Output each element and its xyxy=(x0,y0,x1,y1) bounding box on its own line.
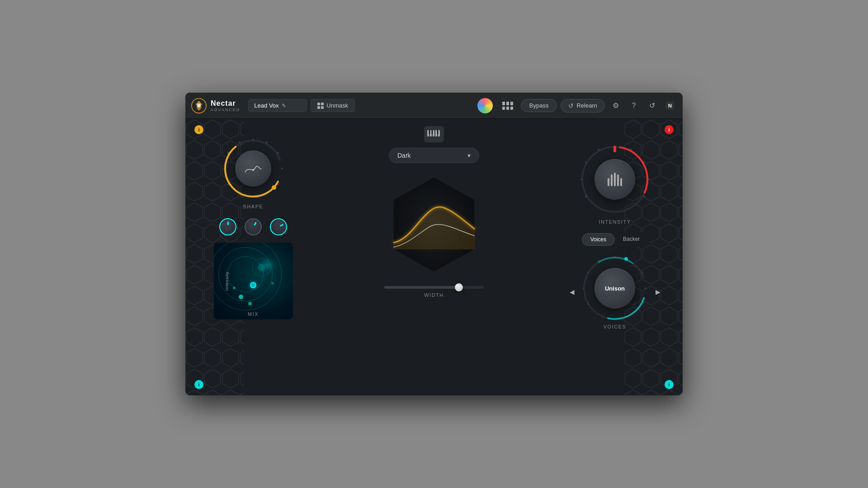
relearn-button[interactable]: ↺ Relearn xyxy=(561,99,605,113)
svg-point-17 xyxy=(277,152,279,154)
small-knob-2[interactable] xyxy=(241,215,265,239)
preset-name-label: Lead Vox xyxy=(254,102,278,109)
width-section: WIDTH xyxy=(384,286,484,298)
grid-view-button[interactable] xyxy=(498,97,517,114)
svg-point-63 xyxy=(587,272,589,273)
piano-icon xyxy=(427,130,441,139)
center-panel: Dark ▾ xyxy=(321,119,547,395)
edit-icon: ✎ xyxy=(282,103,286,109)
width-slider-track xyxy=(384,286,484,289)
app-subtitle: ADVANCED xyxy=(211,108,240,112)
relearn-icon: ↺ xyxy=(568,102,574,109)
intensity-label: INTENSITY xyxy=(599,219,631,225)
main-content: i xyxy=(185,119,683,395)
relearn-label: Relearn xyxy=(576,102,597,109)
left-panel: i xyxy=(185,119,321,395)
header: Nectar ADVANCED Lead Vox ✎ Unmask xyxy=(185,93,683,119)
logo-icon xyxy=(191,98,207,114)
voices-knob[interactable]: Unison xyxy=(594,268,635,309)
piano-icon-button[interactable] xyxy=(424,126,444,142)
hex-viz-svg xyxy=(380,170,488,279)
voices-label: VOICES xyxy=(604,324,627,329)
svg-point-49 xyxy=(585,196,587,197)
undo-icon: ↺ xyxy=(649,101,655,110)
gear-icon: ⚙ xyxy=(613,101,619,110)
svg-point-50 xyxy=(580,178,582,180)
svg-point-31 xyxy=(233,286,236,289)
small-knob-3[interactable] xyxy=(267,215,290,239)
svg-rect-4 xyxy=(510,102,513,105)
svg-point-67 xyxy=(624,257,628,261)
shape-knob-container: SHAPE xyxy=(222,137,285,209)
intensity-knob[interactable] xyxy=(594,159,635,200)
mix-label: Mix xyxy=(248,311,259,317)
unmask-icon xyxy=(317,103,324,109)
info-dot-bottom-right[interactable]: i xyxy=(665,380,674,389)
bars-icon xyxy=(608,173,622,186)
svg-rect-36 xyxy=(433,130,434,136)
shape-knob-outer[interactable] xyxy=(222,137,285,200)
intensity-knob-outer[interactable] xyxy=(579,143,651,216)
svg-rect-5 xyxy=(502,107,505,110)
info-dot-top-left[interactable]: i xyxy=(194,125,203,134)
svg-point-15 xyxy=(252,139,254,141)
style-dropdown[interactable]: Dark ▾ xyxy=(389,148,479,163)
hex-visualization xyxy=(380,170,488,279)
settings-button[interactable]: ⚙ xyxy=(609,99,623,113)
svg-point-1 xyxy=(197,104,200,107)
intensity-knob-container: INTENSITY xyxy=(579,137,651,232)
svg-point-26 xyxy=(252,169,254,171)
svg-rect-6 xyxy=(506,107,509,110)
svg-point-33 xyxy=(271,282,274,285)
small-knob-1[interactable] xyxy=(219,218,236,235)
bypass-label: Bypass xyxy=(529,102,549,109)
svg-rect-3 xyxy=(506,102,509,105)
svg-point-59 xyxy=(645,287,646,289)
bypass-button[interactable]: Bypass xyxy=(521,99,557,112)
svg-rect-41 xyxy=(437,130,439,134)
voices-tab[interactable]: Voices xyxy=(582,233,615,246)
svg-point-23 xyxy=(239,141,241,143)
info-dot-top-right[interactable]: i xyxy=(665,125,674,134)
next-voice-button[interactable]: ▶ xyxy=(652,286,663,297)
undo-button[interactable]: ↺ xyxy=(645,99,659,113)
width-slider-thumb[interactable] xyxy=(455,283,463,291)
svg-point-30 xyxy=(239,295,243,299)
preset-name-button[interactable]: Lead Vox ✎ xyxy=(248,99,307,112)
unmask-button[interactable]: Unmask xyxy=(311,99,355,112)
svg-rect-39 xyxy=(429,130,430,134)
voices-backer-tabs: Voices Backer xyxy=(580,232,650,247)
logo-text: Nectar ADVANCED xyxy=(211,99,240,112)
help-button[interactable]: ? xyxy=(627,99,641,113)
svg-point-51 xyxy=(585,161,587,163)
small-knobs-row xyxy=(219,218,287,235)
svg-rect-35 xyxy=(430,130,432,136)
shape-icon xyxy=(244,161,262,177)
color-orb-icon xyxy=(477,98,493,113)
info-dot-bottom-left[interactable]: i xyxy=(194,380,203,389)
voices-knob-outer[interactable]: Unison xyxy=(581,254,649,322)
svg-point-58 xyxy=(641,272,642,273)
dropdown-arrow-icon: ▾ xyxy=(467,152,471,159)
svg-point-32 xyxy=(248,302,252,305)
shape-knob[interactable] xyxy=(235,150,271,187)
mix-pad[interactable]: Intensity Mix xyxy=(214,243,293,319)
brand-icon: N xyxy=(666,102,674,110)
mix-pad-dot[interactable] xyxy=(250,282,256,288)
unmask-label: Unmask xyxy=(326,102,348,109)
svg-rect-7 xyxy=(510,107,513,110)
svg-rect-38 xyxy=(438,130,440,136)
logo-area: Nectar ADVANCED xyxy=(191,98,240,114)
backer-tab[interactable]: Backer xyxy=(615,233,648,246)
svg-point-62 xyxy=(583,287,585,289)
brand-n-button[interactable]: N xyxy=(663,99,677,113)
svg-rect-54 xyxy=(613,146,616,152)
style-value: Dark xyxy=(397,152,411,159)
voices-knob-section: ◀ xyxy=(561,254,669,329)
svg-rect-34 xyxy=(427,130,429,136)
prev-voice-button[interactable]: ◀ xyxy=(566,286,577,297)
svg-point-18 xyxy=(281,168,283,169)
svg-point-29 xyxy=(258,264,265,271)
svg-point-48 xyxy=(643,196,645,197)
color-orb-button[interactable] xyxy=(476,97,495,114)
